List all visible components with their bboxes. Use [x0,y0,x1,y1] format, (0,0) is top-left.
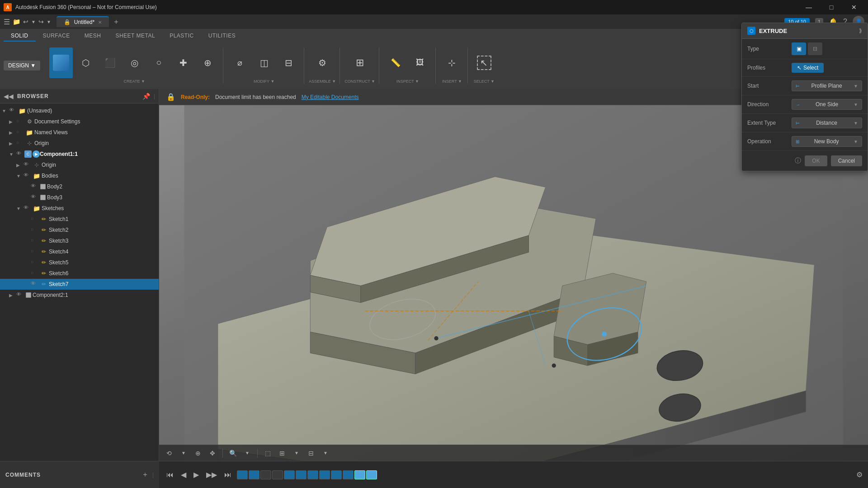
timeline-item-11[interactable] [366,470,377,479]
select-window-btn[interactable]: ⬚ [261,447,274,460]
tree-item-sketch7[interactable]: 👁✏Sketch7 [0,279,159,290]
undo-button[interactable]: ↩ [23,18,28,25]
info-button[interactable]: ⓘ [795,157,801,165]
redo-arrow[interactable]: ▼ [47,19,51,24]
eye-icon-body3[interactable]: 👁 [31,194,38,201]
timeline-prev-btn[interactable]: ◀ [179,469,188,481]
tree-arrow-namedviews[interactable] [9,130,15,135]
tree-arrow-origin2[interactable] [16,163,23,168]
timeline-end-btn[interactable]: ⏭ [222,469,233,481]
eye-icon-origin1[interactable]: ○ [16,140,24,147]
browser-pin-button[interactable]: 📌 [142,93,150,100]
create-more-btn[interactable]: ⊕ [196,47,219,78]
eye-icon-sketch4[interactable]: ○ [31,248,38,255]
timeline-item-7[interactable] [319,470,330,479]
tree-arrow-docsettings[interactable] [9,119,15,124]
direction-dropdown[interactable]: → One Side ▼ [792,99,862,110]
tree-arrow-root[interactable] [2,108,8,113]
tree-item-sketch3[interactable]: ○✏Sketch3 [0,235,159,246]
tab-sheet-metal[interactable]: SHEET METAL [108,31,162,42]
timeline-settings-btn[interactable]: ⚙ [856,470,863,479]
tree-arrow-comp1[interactable] [9,152,15,157]
eye-icon-docsettings[interactable]: ○ [16,118,24,125]
tree-item-sketches[interactable]: 👁📁Sketches [0,203,159,214]
eye-icon-sketch1[interactable]: ○ [31,216,38,223]
start-dropdown[interactable]: ⊢ Profile Plane ▼ [792,80,862,91]
grid-arrow[interactable]: ▼ [319,447,332,460]
hamburger-menu[interactable]: ☰ [4,18,10,26]
tree-item-comp1[interactable]: 👁C▶Component1:1 [0,149,159,160]
redo-button[interactable]: ↪ [38,18,44,25]
tree-item-root[interactable]: 👁📁(Unsaved) [0,105,159,116]
tree-item-bodies[interactable]: 👁📁Bodies [0,170,159,181]
eye-icon-comp1[interactable]: 👁 [16,150,24,158]
create-extrude-btn[interactable] [49,47,73,78]
tree-item-origin1[interactable]: ○⊹Origin [0,138,159,149]
eye-icon-sketch5[interactable]: ○ [31,259,38,266]
maximize-button[interactable]: □ [821,0,842,14]
tree-arrow-origin1[interactable] [9,141,15,146]
eye-icon-sketch7[interactable]: 👁 [31,281,38,288]
timeline-item-3[interactable] [272,470,283,479]
eye-icon-root[interactable]: 👁 [9,107,16,114]
eye-icon-sketch3[interactable]: ○ [31,237,38,244]
eye-icon-body2[interactable]: 👁 [31,183,38,190]
eye-icon-origin2[interactable]: 👁 [24,161,31,169]
create-cyl-btn[interactable]: ◎ [123,47,146,78]
timeline-item-5[interactable] [296,470,307,479]
tab-surface[interactable]: SURFACE [36,31,77,42]
timeline-start-btn[interactable]: ⏮ [165,469,175,481]
orbit-arrow[interactable]: ▼ [177,447,190,460]
undo-arrow[interactable]: ▼ [31,19,36,24]
timeline-item-8[interactable] [331,470,342,479]
eye-icon-sketch6[interactable]: ○ [31,270,38,277]
modify-press-pull-btn[interactable]: ⌀ [228,47,251,78]
active-document-tab[interactable]: 🔒 Untitled* ✕ [57,16,109,27]
create-move-btn[interactable]: ✚ [171,47,195,78]
tree-item-sketch4[interactable]: ○✏Sketch4 [0,246,159,257]
extent-type-dropdown[interactable]: ⊢ Distance ▼ [792,117,862,128]
create-new-component-btn[interactable]: ⬡ [74,47,97,78]
tree-item-sketch2[interactable]: ○✏Sketch2 [0,225,159,235]
eye-icon-namedviews[interactable]: ○ [16,129,24,136]
modify-more-btn[interactable]: ⊟ [277,47,300,78]
tree-arrow-comp2[interactable] [9,293,15,298]
type-thin-btn[interactable]: ⊟ [808,42,822,55]
construct-btn[interactable]: ⊞ [348,47,372,78]
new-tab-button[interactable]: ＋ [111,16,122,27]
tab-solid[interactable]: SOLID [4,31,36,42]
timeline-item-4[interactable] [284,470,295,479]
timeline-item-2[interactable] [260,470,271,479]
zoom-arrow[interactable]: ▼ [241,447,254,460]
inspect-measure-btn[interactable]: 📏 [384,47,407,78]
orbit-btn[interactable]: ⟲ [163,447,175,460]
tree-item-comp2[interactable]: 👁Component2:1 [0,290,159,300]
tree-item-body3[interactable]: 👁Body3 [0,192,159,203]
folder-icon[interactable]: 📁 [13,18,20,25]
grid-btn[interactable]: ⊟ [305,447,317,460]
tree-arrow-bodies[interactable] [16,174,23,178]
timeline-item-10[interactable] [354,470,365,479]
select-btn[interactable]: ↖ [472,47,496,78]
cancel-button[interactable]: Cancel [831,155,862,166]
timeline-item-0[interactable] [237,470,248,479]
tree-item-sketch1[interactable]: ○✏Sketch1 [0,214,159,225]
inspect-section-btn[interactable]: 🖼 [408,47,432,78]
display-mode-btn[interactable]: ⊞ [276,447,288,460]
extrude-expand-button[interactable]: ⟫ [859,28,862,34]
eye-icon-sketch2[interactable]: ○ [31,226,38,234]
tab-utilities[interactable]: UTILITIES [201,31,243,42]
tree-item-origin2[interactable]: 👁⊹Origin [0,160,159,170]
zoom-btn[interactable]: 🔍 [226,447,239,460]
my-editable-documents-link[interactable]: My Editable Documents [302,94,359,100]
eye-icon-sketches[interactable]: 👁 [24,205,31,212]
display-mode-arrow[interactable]: ▼ [290,447,303,460]
pan-btn[interactable]: ✥ [206,447,219,460]
modify-fillet-btn[interactable]: ◫ [252,47,276,78]
tree-arrow-sketches[interactable] [16,206,23,211]
timeline-item-9[interactable] [343,470,354,479]
tab-mesh[interactable]: MESH [77,31,108,42]
design-dropdown[interactable]: DESIGN ▼ [4,61,40,70]
timeline-item-6[interactable] [307,470,318,479]
tab-plastic[interactable]: PLASTIC [162,31,201,42]
